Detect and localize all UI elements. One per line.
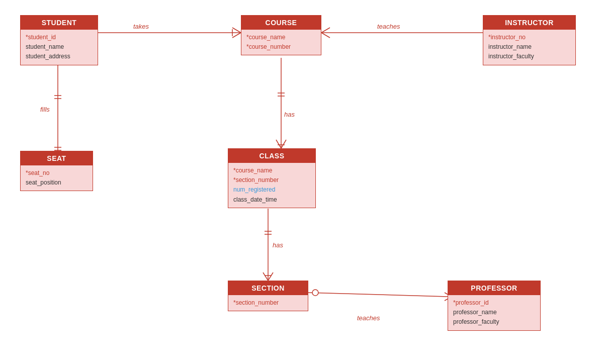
section-field-1: *section_number xyxy=(233,298,303,308)
course-field-2: *course_number xyxy=(246,42,316,52)
label-takes: takes xyxy=(133,23,149,30)
instructor-field-3: instructor_faculty xyxy=(488,52,570,61)
professor-field-1: *professor_id xyxy=(453,298,535,308)
label-teaches-instructor: teaches xyxy=(377,23,400,30)
entity-class: CLASS *course_name *section_number num_r… xyxy=(228,148,316,208)
professor-field-3: professor_faculty xyxy=(453,317,535,327)
professor-field-2: professor_name xyxy=(453,308,535,317)
entity-course: COURSE *course_name *course_number xyxy=(241,15,321,55)
seat-field-2: seat_position xyxy=(26,178,88,188)
entity-course-title: COURSE xyxy=(266,19,297,27)
instructor-field-1: *instructor_no xyxy=(488,33,570,42)
svg-line-19 xyxy=(281,140,286,148)
svg-line-25 xyxy=(268,272,273,281)
entity-student-header: STUDENT xyxy=(21,16,98,30)
student-field-3: student_address xyxy=(26,52,93,61)
entity-professor-body: *professor_id professor_name professor_f… xyxy=(448,295,540,330)
entity-class-title: CLASS xyxy=(260,152,285,160)
svg-line-18 xyxy=(276,140,281,148)
entity-section-body: *section_number xyxy=(228,295,308,311)
label-fills: fills xyxy=(40,106,50,113)
entity-section: SECTION *section_number xyxy=(228,281,308,311)
course-field-1: *course_name xyxy=(246,33,316,42)
student-field-1: *student_id xyxy=(26,33,93,42)
svg-point-28 xyxy=(312,290,318,296)
entity-professor-title: PROFESSOR xyxy=(471,284,517,292)
entity-instructor-body: *instructor_no instructor_name instructo… xyxy=(483,30,575,65)
label-teaches-professor: teaches xyxy=(357,314,380,322)
diagram-container: STUDENT *student_id student_name student… xyxy=(0,0,604,364)
class-field-4: class_date_time xyxy=(233,195,310,205)
entity-seat-body: *seat_no seat_position xyxy=(21,165,93,191)
instructor-field-2: instructor_name xyxy=(488,42,570,52)
entity-section-header: SECTION xyxy=(228,281,308,295)
entity-student-body: *student_id student_name student_address xyxy=(21,30,98,65)
svg-line-24 xyxy=(263,272,268,281)
label-has-class: has xyxy=(284,111,295,118)
student-field-2: student_name xyxy=(26,42,93,52)
label-has-section: has xyxy=(273,241,283,249)
class-field-1: *course_name xyxy=(233,166,310,175)
svg-line-7 xyxy=(321,28,330,33)
entity-instructor-header: INSTRUCTOR xyxy=(483,16,575,30)
entity-class-header: CLASS xyxy=(228,149,315,163)
entity-class-body: *course_name *section_number num_registe… xyxy=(228,163,315,208)
entity-professor-header: PROFESSOR xyxy=(448,281,540,295)
entity-section-title: SECTION xyxy=(251,284,285,292)
entity-instructor: INSTRUCTOR *instructor_no instructor_nam… xyxy=(483,15,576,65)
entity-student-title: STUDENT xyxy=(42,19,77,27)
entity-seat-header: SEAT xyxy=(21,151,93,165)
entity-instructor-title: INSTRUCTOR xyxy=(505,19,554,27)
entity-course-body: *course_name *course_number xyxy=(241,30,321,55)
entity-seat-title: SEAT xyxy=(47,154,66,162)
svg-line-27 xyxy=(308,293,448,297)
entity-seat: SEAT *seat_no seat_position xyxy=(20,151,93,191)
class-field-3: num_registered xyxy=(233,185,310,195)
svg-line-3 xyxy=(232,28,241,33)
svg-line-8 xyxy=(321,33,330,38)
entity-professor: PROFESSOR *professor_id professor_name p… xyxy=(448,281,541,331)
seat-field-1: *seat_no xyxy=(26,168,88,178)
class-field-2: *section_number xyxy=(233,175,310,185)
svg-line-4 xyxy=(232,33,241,38)
entity-course-header: COURSE xyxy=(241,16,321,30)
entity-student: STUDENT *student_id student_name student… xyxy=(20,15,98,65)
